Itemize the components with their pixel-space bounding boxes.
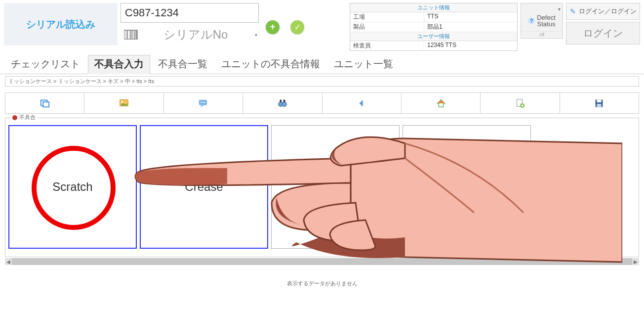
- svg-rect-21: [597, 99, 602, 102]
- svg-point-12: [202, 102, 203, 103]
- svg-point-13: [204, 102, 205, 103]
- login-button-label: ログイン: [583, 27, 623, 40]
- tab-label: チェックリスト: [11, 58, 80, 69]
- pencil-icon: ✎: [570, 7, 576, 15]
- scroll-right-icon[interactable]: ▶: [632, 258, 639, 265]
- login-button[interactable]: ログイン: [566, 22, 640, 44]
- unit-info-value: TTS: [424, 12, 517, 22]
- svg-point-9: [121, 101, 123, 103]
- serial-code-value: C987-1234: [125, 6, 179, 19]
- defect-group-legend: 不具合: [10, 114, 38, 121]
- header-bar: シリアル読込み C987-1234 シリアルNo ▾ + ✓ ユニット情報 工場…: [0, 0, 644, 51]
- alert-icon: [12, 115, 17, 120]
- user-info-key: 検査員: [350, 41, 424, 50]
- tab-label: ユニットの不具合情報: [221, 58, 320, 69]
- defect-card-crease[interactable]: Crease: [140, 125, 268, 249]
- svg-rect-22: [597, 103, 602, 106]
- tab-checklist[interactable]: チェックリスト: [5, 55, 86, 74]
- svg-rect-7: [43, 102, 49, 107]
- defect-group-legend-text: 不具合: [19, 114, 36, 121]
- defect-status-label2: Status: [537, 21, 556, 27]
- page-add-icon: [515, 98, 525, 109]
- defect-status-all: All: [521, 31, 563, 37]
- unit-info-row: 工場 TTS: [350, 12, 517, 22]
- confirm-button[interactable]: ✓: [290, 20, 304, 34]
- svg-rect-4: [132, 31, 133, 39]
- toolbar-back-button[interactable]: [322, 93, 402, 114]
- serial-load-label: シリアル読込み: [26, 18, 95, 31]
- user-info-row: 検査員 12345 TTS: [350, 41, 517, 50]
- comment-icon: [198, 98, 208, 109]
- save-icon: [594, 98, 604, 109]
- serial-code-field[interactable]: C987-1234: [121, 3, 259, 23]
- tab-label: 不具合入力: [94, 58, 144, 69]
- defect-card-label: Crease: [185, 180, 223, 194]
- image-icon: [119, 98, 129, 109]
- tab-unit-defect-info[interactable]: ユニットの不具合情報: [215, 55, 326, 74]
- tab-label: ユニット一覧: [334, 58, 393, 69]
- svg-rect-3: [131, 31, 131, 39]
- toolbar-window-button[interactable]: [5, 93, 84, 114]
- binoculars-icon: [277, 98, 288, 109]
- user-info-value: 12345 TTS: [424, 41, 517, 50]
- serial-column: C987-1234 シリアルNo ▾: [121, 3, 259, 51]
- defect-status-button[interactable]: ? Defect Status ▾ All: [521, 3, 563, 39]
- toolbar-home-button[interactable]: [402, 93, 481, 114]
- toolbar-search-button[interactable]: [243, 93, 322, 114]
- tab-label: 不具合一覧: [158, 58, 207, 69]
- serial-no-expand-icon[interactable]: ▾: [253, 25, 258, 44]
- scroll-thumb[interactable]: [12, 258, 632, 265]
- check-icon: ✓: [294, 22, 301, 32]
- svg-point-11: [201, 102, 202, 103]
- svg-point-15: [282, 102, 286, 106]
- tab-defect-input[interactable]: 不具合入力: [88, 55, 150, 74]
- horizontal-scrollbar[interactable]: ◀ ▶: [5, 258, 639, 265]
- breadcrumb: ミッションケース > ミッションケース > キズ > 中 > tts > tts: [5, 76, 639, 87]
- window-icon: [40, 98, 50, 109]
- unit-info-key: 工場: [350, 12, 424, 22]
- svg-rect-5: [135, 31, 135, 39]
- toolbar-image-button[interactable]: [84, 93, 163, 114]
- toolbar-new-button[interactable]: [481, 93, 560, 114]
- defect-status-top: ? Defect Status: [528, 14, 556, 27]
- no-data-message: 表示するデータがありません: [0, 280, 644, 287]
- defect-card-label: Scratch: [52, 180, 92, 194]
- scroll-left-icon[interactable]: ◀: [5, 258, 12, 265]
- toolbar-comment-button[interactable]: [164, 93, 243, 114]
- defect-card[interactable]: [402, 125, 531, 249]
- tab-unit-list[interactable]: ユニット一覧: [328, 55, 399, 74]
- serial-load-button[interactable]: シリアル読込み: [4, 3, 118, 45]
- unit-info-value: 部品1: [424, 22, 517, 32]
- login-link[interactable]: ✎ ログイン／ログイン: [566, 3, 640, 20]
- defect-card-row: Scratch Crease: [8, 125, 636, 254]
- breadcrumb-text: ミッションケース > ミッションケース > キズ > 中 > tts > tts: [8, 78, 154, 84]
- svg-rect-2: [128, 31, 129, 39]
- chevron-down-icon: ▾: [558, 6, 561, 12]
- svg-rect-17: [283, 99, 285, 102]
- info-icon: ?: [528, 17, 535, 24]
- barcode-icon: [124, 30, 138, 40]
- plus-icon: +: [270, 22, 276, 32]
- unit-info-panel: ユニット情報 工場 TTS 製品 部品1 ユーザー情報 検査員 12345 TT…: [350, 3, 518, 51]
- home-icon: [436, 98, 446, 109]
- unit-info-key: 製品: [350, 22, 424, 32]
- defect-card[interactable]: [271, 125, 400, 249]
- serial-no-row: シリアルNo ▾: [121, 25, 259, 44]
- toolbar-save-button[interactable]: [560, 93, 639, 114]
- no-data-text: 表示するデータがありません: [287, 280, 358, 286]
- svg-rect-16: [280, 99, 282, 102]
- user-info-title: ユーザー情報: [350, 32, 517, 41]
- defect-card-scratch[interactable]: Scratch: [8, 125, 137, 249]
- back-icon: [356, 98, 367, 109]
- svg-rect-1: [126, 31, 127, 39]
- add-button[interactable]: +: [266, 20, 280, 34]
- tab-defect-list[interactable]: 不具合一覧: [152, 55, 213, 74]
- defect-group: 不具合 Scratch Crease: [5, 118, 639, 257]
- login-column: ✎ ログイン／ログイン ログイン: [566, 3, 640, 51]
- toolbar: [5, 92, 639, 114]
- serial-no-label: シリアルNo: [142, 27, 249, 43]
- tab-bar: チェックリスト 不具合入力 不具合一覧 ユニットの不具合情報 ユニット一覧: [0, 51, 644, 74]
- unit-info-row: 製品 部品1: [350, 22, 517, 32]
- svg-rect-0: [124, 31, 125, 39]
- login-link-label: ログイン／ログイン: [579, 7, 637, 16]
